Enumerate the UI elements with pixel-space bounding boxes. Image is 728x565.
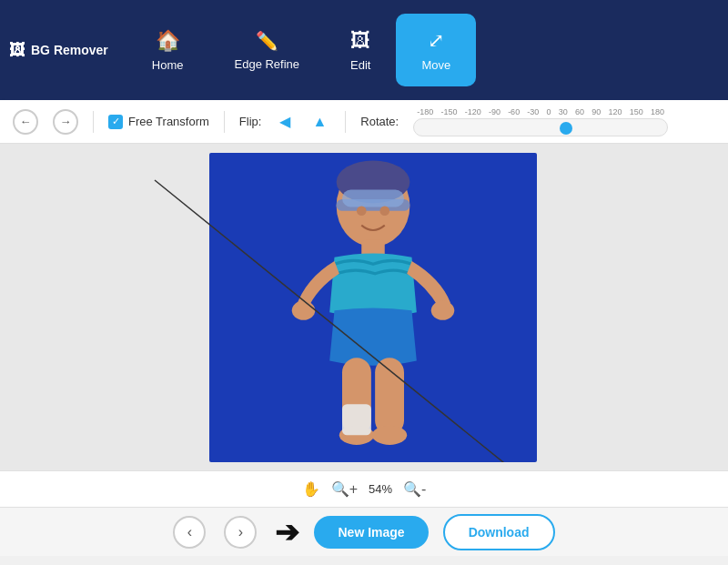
rotate-ruler-container: -180 -150 -120 -90 -60 -30 0 30 60 90 12… [413, 107, 668, 136]
free-transform-toggle[interactable]: ✓ Free Transform [108, 115, 209, 129]
ruler-labels: -180 -150 -120 -90 -60 -30 0 30 60 90 12… [413, 107, 668, 116]
svg-rect-14 [342, 404, 371, 435]
flip-label: Flip: [239, 115, 262, 128]
flip-horizontal-button[interactable]: ◀ [276, 111, 294, 132]
svg-point-13 [372, 425, 407, 444]
checkbox-icon: ✓ [108, 115, 123, 129]
chevron-left-icon: ‹ [187, 524, 192, 540]
toolbar: ← → ✓ Free Transform Flip: ◀ ▲ Rotate: -… [0, 100, 728, 144]
rotate-ruler-track[interactable] [413, 118, 668, 136]
tick-n150: -150 [440, 107, 457, 116]
tick-n180: -180 [417, 107, 433, 116]
canvas-area[interactable] [0, 144, 728, 470]
tick-120: 120 [609, 107, 622, 116]
undo-button[interactable]: ← [13, 109, 38, 135]
nav-item-home[interactable]: 🏠 Home [126, 14, 209, 86]
tick-n90: -90 [489, 107, 500, 116]
tick-0: 0 [547, 107, 551, 116]
back-button[interactable]: ‹ [173, 516, 206, 549]
home-icon: 🏠 [156, 29, 180, 53]
rotate-thumb[interactable] [560, 122, 572, 135]
nav-label-edge-refine: Edge Refine [235, 57, 300, 71]
logo-icon: 🖼 [9, 41, 25, 60]
tick-180: 180 [651, 107, 664, 116]
tick-150: 150 [630, 107, 643, 116]
move-icon: ⤢ [428, 29, 444, 53]
svg-rect-4 [342, 189, 404, 207]
svg-point-9 [431, 300, 455, 319]
forward-button[interactable]: › [224, 516, 257, 549]
svg-point-6 [379, 206, 389, 216]
separator-2 [224, 111, 225, 133]
app-name: BG Remover [31, 43, 108, 57]
footer: ‹ › ➔ New Image Download [0, 507, 728, 556]
tick-90: 90 [592, 107, 601, 116]
nav-label-home: Home [152, 58, 184, 72]
tick-n60: -60 [508, 107, 520, 116]
tick-n30: -30 [527, 107, 539, 116]
new-image-button[interactable]: New Image [314, 516, 428, 549]
image-container [100, 153, 628, 462]
free-transform-label: Free Transform [128, 115, 209, 128]
flip-vertical-button[interactable]: ▲ [308, 112, 330, 132]
download-button[interactable]: Download [443, 514, 555, 550]
arrow-right-icon: ➔ [275, 515, 299, 550]
tick-60: 60 [575, 107, 584, 116]
main-image [209, 153, 537, 462]
edge-refine-icon: ✏️ [256, 30, 278, 52]
footer-actions: ➔ New Image Download [275, 514, 554, 550]
separator-3 [345, 111, 346, 133]
zoom-in-icon[interactable]: 🔍+ [331, 480, 358, 498]
chevron-right-icon: › [238, 524, 243, 540]
zoom-value: 54% [369, 482, 392, 496]
tick-n120: -120 [465, 107, 481, 116]
tick-30: 30 [559, 107, 568, 116]
nav-label-edit: Edit [350, 58, 370, 72]
edit-icon: 🖼 [350, 29, 370, 53]
nav-item-edge-refine[interactable]: ✏️ Edge Refine [209, 14, 326, 86]
separator-1 [93, 111, 94, 133]
svg-point-5 [357, 206, 367, 216]
hand-tool-icon[interactable]: ✋ [302, 480, 320, 498]
nav-item-move[interactable]: ⤢ Move [396, 14, 476, 86]
zoom-bar: ✋ 🔍+ 54% 🔍- [0, 470, 728, 507]
svg-rect-11 [375, 358, 404, 435]
nav-bar: 🏠 Home ✏️ Edge Refine 🖼 Edit ⤢ Move [126, 0, 476, 100]
app-root: 🖼 BG Remover 🏠 Home ✏️ Edge Refine 🖼 Edi… [0, 0, 728, 556]
child-figure-svg [209, 153, 537, 462]
rotate-label: Rotate: [360, 115, 399, 128]
zoom-out-icon[interactable]: 🔍- [403, 480, 426, 498]
redo-button[interactable]: → [53, 109, 78, 135]
svg-point-8 [292, 300, 316, 319]
header: 🖼 BG Remover 🏠 Home ✏️ Edge Refine 🖼 Edi… [0, 0, 728, 100]
nav-label-move: Move [421, 58, 450, 72]
nav-item-edit[interactable]: 🖼 Edit [325, 14, 396, 86]
app-logo: 🖼 BG Remover [9, 41, 108, 60]
